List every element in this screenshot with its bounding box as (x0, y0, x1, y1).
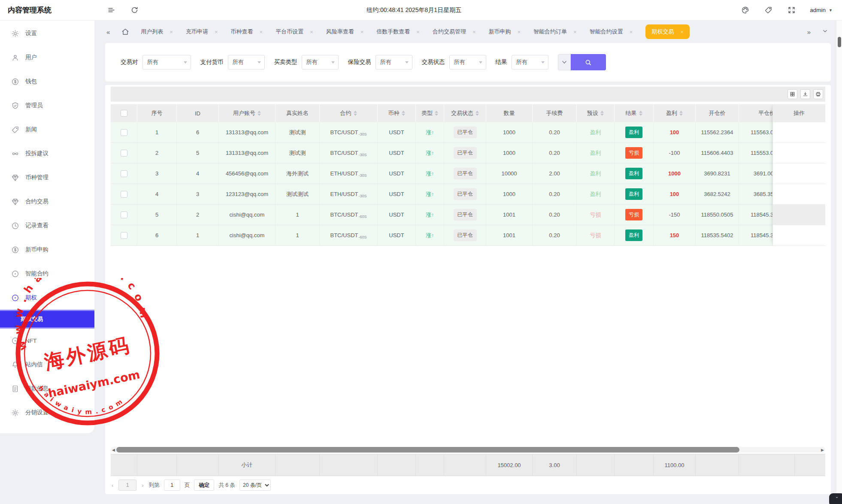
sidebar-item-feedback[interactable]: 投拆建议 (0, 142, 94, 166)
sort-asc-icon[interactable] (354, 111, 357, 113)
sidebar-item-contract-trade[interactable]: 合约交易 (0, 190, 94, 214)
filter-select-insurance[interactable]: 所有 (376, 55, 412, 69)
sidebar-item-admins[interactable]: 管理员 (0, 94, 94, 118)
close-icon[interactable]: × (360, 29, 364, 35)
sidebar-item-distribution[interactable]: 分销设置 (0, 401, 94, 425)
tab-期权交易[interactable]: 期权交易× (645, 24, 690, 39)
sort-desc-icon[interactable] (679, 114, 683, 116)
filter-select-pair[interactable]: 所有 (142, 55, 191, 69)
row-checkbox[interactable] (121, 170, 127, 177)
sort-icon[interactable] (639, 111, 642, 116)
sort-asc-icon[interactable] (600, 111, 604, 113)
sort-icon[interactable] (402, 111, 405, 116)
close-icon[interactable]: × (416, 29, 420, 35)
sort-asc-icon[interactable] (476, 111, 479, 113)
sidebar-item-users[interactable]: 用户 (0, 45, 94, 69)
sidebar-item-settings[interactable]: 设置 (0, 21, 94, 45)
sidebar-item-smart-contract[interactable]: 智能合约 (0, 262, 94, 286)
sort-icon[interactable] (354, 111, 357, 116)
sort-icon[interactable] (679, 111, 683, 116)
tab-新币申购[interactable]: 新币申购× (489, 28, 521, 36)
header-cell-contract[interactable]: 合约 (320, 104, 378, 122)
tab-平台币设置[interactable]: 平台币设置× (276, 28, 313, 36)
prev-page-icon[interactable]: ‹ (111, 482, 114, 489)
sidebar-item-records[interactable]: 记录查看 (0, 214, 94, 238)
tabs-scroll-right-icon[interactable]: » (807, 28, 811, 36)
close-icon[interactable]: × (630, 29, 633, 35)
tag-icon[interactable] (763, 6, 773, 15)
tab-用户列表[interactable]: 用户列表× (141, 28, 173, 36)
tab-合约交易管理[interactable]: 合约交易管理× (433, 28, 476, 36)
home-tab-icon[interactable] (121, 27, 130, 36)
sidebar-item-messages[interactable]: 站内信 (0, 353, 94, 377)
scroll-right-arrow-icon[interactable]: ▶ (820, 447, 825, 453)
admin-menu[interactable]: admin ▼ (810, 7, 833, 13)
column-settings-icon[interactable] (787, 89, 797, 99)
header-cell-preset[interactable]: 预设 (577, 104, 615, 122)
close-icon[interactable]: × (472, 29, 476, 35)
sort-asc-icon[interactable] (639, 111, 642, 113)
vertical-scrollbar[interactable] (836, 21, 842, 504)
vertical-scrollbar-thumb[interactable] (838, 37, 841, 47)
sort-asc-icon[interactable] (402, 111, 405, 113)
sidebar-item-coin-manage[interactable]: 币种管理 (0, 166, 94, 190)
row-checkbox[interactable] (121, 191, 127, 198)
search-button[interactable] (571, 54, 606, 70)
filter-select-result[interactable]: 所有 (512, 55, 548, 69)
sidebar-collapse-icon[interactable] (106, 6, 116, 15)
sidebar-subitem-options-trade[interactable]: 期权交易 (0, 310, 94, 329)
close-icon[interactable]: × (573, 29, 577, 35)
select-all-checkbox[interactable] (121, 110, 127, 117)
page-number-button[interactable]: 1 (118, 480, 136, 491)
sidebar-item-options[interactable]: 期权 (0, 286, 94, 310)
fullscreen-icon[interactable] (787, 6, 796, 15)
header-cell-type[interactable]: 类型 (416, 104, 444, 122)
row-checkbox[interactable] (121, 150, 127, 157)
sort-desc-icon[interactable] (402, 114, 405, 116)
header-cell-profit[interactable]: 盈利 (654, 104, 696, 122)
theme-palette-icon[interactable] (740, 6, 750, 15)
sort-icon[interactable] (257, 111, 261, 116)
close-icon[interactable]: × (680, 29, 684, 35)
header-cell-account[interactable]: 用户账号 (219, 104, 276, 122)
print-icon[interactable] (813, 89, 823, 99)
tab-币种查看[interactable]: 币种查看× (231, 28, 263, 36)
scroll-left-arrow-icon[interactable]: ◀ (111, 447, 116, 453)
row-checkbox[interactable] (121, 211, 127, 218)
sort-desc-icon[interactable] (600, 114, 604, 116)
sort-desc-icon[interactable] (354, 114, 357, 116)
sort-asc-icon[interactable] (257, 111, 261, 113)
header-cell-status[interactable]: 交易状态 (444, 104, 486, 122)
sort-asc-icon[interactable] (679, 111, 683, 113)
horizontal-scrollbar-thumb[interactable] (116, 447, 739, 453)
horizontal-scrollbar[interactable]: ◀ ▶ (111, 447, 825, 453)
page-size-select[interactable]: 20 条/页 (239, 480, 271, 491)
tab-智能合约订单[interactable]: 智能合约订单× (533, 28, 577, 36)
goto-confirm-button[interactable]: 确定 (194, 480, 214, 491)
filter-select-pay-currency[interactable]: 所有 (228, 55, 265, 69)
sidebar-item-loan-info[interactable]: 贷款信息 (0, 377, 94, 401)
sort-desc-icon[interactable] (257, 114, 261, 116)
sidebar-item-new-coin[interactable]: 新币申购 (0, 238, 94, 262)
tab-智能合约设置[interactable]: 智能合约设置× (590, 28, 633, 36)
tabs-menu-icon[interactable] (822, 28, 828, 36)
refresh-icon[interactable] (130, 6, 139, 15)
row-checkbox[interactable] (121, 129, 127, 136)
tabs-scroll-left-icon[interactable]: « (106, 28, 110, 36)
tab-风险率查看[interactable]: 风险率查看× (326, 28, 364, 36)
sort-icon[interactable] (476, 111, 479, 116)
sort-desc-icon[interactable] (639, 114, 642, 116)
sort-desc-icon[interactable] (476, 114, 479, 116)
export-icon[interactable] (800, 89, 810, 99)
header-cell-result[interactable]: 结果 (615, 104, 654, 122)
close-icon[interactable]: × (310, 29, 313, 35)
sort-asc-icon[interactable] (435, 111, 438, 113)
next-page-icon[interactable]: › (141, 482, 144, 489)
close-icon[interactable]: × (518, 29, 521, 35)
close-icon[interactable]: × (260, 29, 263, 35)
filter-expand-toggle[interactable] (558, 54, 571, 70)
tab-充币申请[interactable]: 充币申请× (186, 28, 218, 36)
filter-select-trade-type[interactable]: 所有 (302, 55, 339, 69)
header-cell-coin[interactable]: 币种 (378, 104, 416, 122)
sidebar-item-nft[interactable]: NFT (0, 329, 94, 353)
